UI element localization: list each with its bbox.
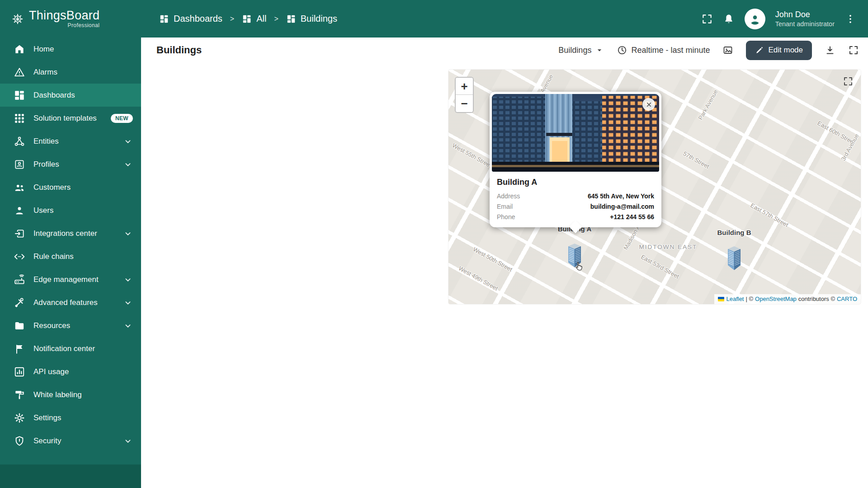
user-info[interactable]: John Doe Tenant administrator xyxy=(775,9,835,28)
sidebar-item-edge-management[interactable]: Edge management xyxy=(0,268,141,291)
map-label-district: MIDTOWN EAST xyxy=(639,244,698,250)
chevron-down-icon xyxy=(123,136,133,146)
sidebar-item-security[interactable]: Security xyxy=(0,429,141,452)
dashboard-content: 5th AvenueWest 55th StreetWest 50th Stre… xyxy=(141,63,868,488)
dashboards-icon xyxy=(159,14,169,24)
shield-icon xyxy=(14,435,25,447)
edit-mode-button[interactable]: Edit mode xyxy=(746,41,812,60)
thingsboard-gear-bug-logo-icon xyxy=(12,13,24,25)
sidebar-item-profiles[interactable]: Profiles xyxy=(0,153,141,176)
folder-icon xyxy=(14,320,25,332)
apps-icon xyxy=(14,113,25,124)
home-icon xyxy=(14,43,25,55)
sidebar-item-label: Notification center xyxy=(33,344,95,353)
sidebar-item-entities[interactable]: Entities xyxy=(0,130,141,153)
breadcrumb-item-buildings[interactable]: Buildings xyxy=(286,14,337,24)
image-gallery-button[interactable] xyxy=(722,45,733,56)
breadcrumb-label: Buildings xyxy=(301,14,337,24)
timewindow-button[interactable]: Realtime - last minute xyxy=(617,45,710,56)
warning-icon xyxy=(14,66,25,78)
zoom-in-button[interactable]: + xyxy=(456,78,473,95)
sidebar-item-rule-chains[interactable]: Rule chains xyxy=(0,245,141,268)
paint-icon xyxy=(14,389,25,401)
dashboard-state-select[interactable]: Buildings xyxy=(558,46,604,55)
breadcrumb-label: Dashboards xyxy=(174,14,222,24)
breadcrumb-item-dashboards[interactable]: Dashboards xyxy=(159,14,222,24)
more-menu-button[interactable] xyxy=(844,13,856,25)
sidebar-item-label: Solution templates xyxy=(33,114,97,123)
marker-building-b[interactable] xyxy=(724,246,744,271)
marker-label-building-b: Building B xyxy=(717,229,751,236)
sidebar-item-customers[interactable]: Customers xyxy=(0,176,141,199)
sidebar-item-users[interactable]: Users xyxy=(0,199,141,222)
sidebar-item-label: Alarms xyxy=(33,68,57,77)
field-label: Address xyxy=(497,192,520,200)
openstreetmap-link[interactable]: OpenStreetMap xyxy=(755,296,797,302)
attribution-text: contributors © xyxy=(798,296,835,302)
field-label: Email xyxy=(497,203,513,210)
zoom-out-button[interactable]: − xyxy=(456,95,473,112)
breadcrumb-item-all[interactable]: All xyxy=(242,14,266,24)
customers-icon xyxy=(14,182,25,193)
carto-link[interactable]: CARTO xyxy=(837,296,857,302)
fullscreen-icon xyxy=(848,45,859,56)
map-widget[interactable]: 5th AvenueWest 55th StreetWest 50th Stre… xyxy=(448,70,861,304)
sidebar-item-white-labeling[interactable]: White labeling xyxy=(0,383,141,406)
sidebar-item-label: White labeling xyxy=(33,390,82,399)
leaflet-link[interactable]: Leaflet xyxy=(726,296,744,302)
map-attribution: Leaflet | © OpenStreetMap contributors ©… xyxy=(714,294,861,304)
sidebar-item-label: Security xyxy=(33,436,61,446)
sidebar-item-home[interactable]: Home xyxy=(0,38,141,61)
sidebar-item-api-usage[interactable]: API usage xyxy=(0,360,141,383)
field-label: Phone xyxy=(497,213,515,221)
new-badge: NEW xyxy=(111,114,133,123)
sidebar-item-advanced-features[interactable]: Advanced features xyxy=(0,291,141,314)
download-icon xyxy=(825,45,835,56)
chevron-down-icon xyxy=(123,436,133,446)
sidebar-item-label: Entities xyxy=(33,137,59,146)
sidebar-item-label: Dashboards xyxy=(33,91,75,100)
edge-icon xyxy=(14,274,25,286)
building-photo xyxy=(492,94,659,172)
sidebar-item-alarms[interactable]: Alarms xyxy=(0,61,141,84)
popup-close-button[interactable] xyxy=(642,98,655,111)
sidebar-item-label: Home xyxy=(33,45,54,54)
sidebar-item-label: Customers xyxy=(33,183,71,192)
marker-building-a[interactable] xyxy=(565,243,585,268)
chevron-down-icon xyxy=(123,321,133,331)
sidebar-item-integrations-center[interactable]: Integrations center xyxy=(0,222,141,245)
rulechains-icon xyxy=(14,251,25,263)
sidebar-item-solution-templates[interactable]: Solution templatesNEW xyxy=(0,107,141,130)
chevron-down-icon xyxy=(595,46,604,55)
sidebar-item-label: Edge management xyxy=(33,275,99,284)
edit-mode-label: Edit mode xyxy=(768,46,803,55)
download-button[interactable] xyxy=(825,45,835,56)
sidebar-item-resources[interactable]: Resources xyxy=(0,314,141,337)
toolbar-fullscreen-button[interactable] xyxy=(848,45,859,56)
state-select-value: Buildings xyxy=(558,46,591,55)
top-header: Dashboards>All>Buildings John Doe Tenant… xyxy=(141,0,868,38)
sidebar-footer xyxy=(0,465,141,488)
sidebar-item-dashboards[interactable]: Dashboards xyxy=(0,84,141,107)
thingsboard-logo[interactable]: ThingsBoard Professional xyxy=(0,0,141,38)
breadcrumb: Dashboards>All>Buildings xyxy=(159,14,337,24)
app-root: ThingsBoard Professional HomeAlarmsDashb… xyxy=(0,0,868,488)
entities-icon xyxy=(14,136,25,147)
chevron-down-icon xyxy=(123,229,133,239)
gear-icon xyxy=(14,412,25,424)
fullscreen-button[interactable] xyxy=(701,13,713,25)
pencil-icon xyxy=(755,46,764,55)
flag-icon xyxy=(14,343,25,355)
profiles-icon xyxy=(14,159,25,170)
map-popup: Building A Address645 5th Ave, New YorkE… xyxy=(490,92,661,231)
map-fullscreen-button[interactable] xyxy=(843,76,854,88)
clock-icon xyxy=(617,45,627,56)
notifications-bell-button[interactable] xyxy=(723,13,735,25)
integrations-icon xyxy=(14,228,25,239)
attribution-text: | © xyxy=(745,296,753,302)
user-avatar[interactable] xyxy=(745,9,765,29)
sidebar-item-notification-center[interactable]: Notification center xyxy=(0,337,141,360)
page-title: Buildings xyxy=(156,44,202,56)
sidebar-item-settings[interactable]: Settings xyxy=(0,406,141,429)
popup-field-address: Address645 5th Ave, New York xyxy=(490,191,661,201)
